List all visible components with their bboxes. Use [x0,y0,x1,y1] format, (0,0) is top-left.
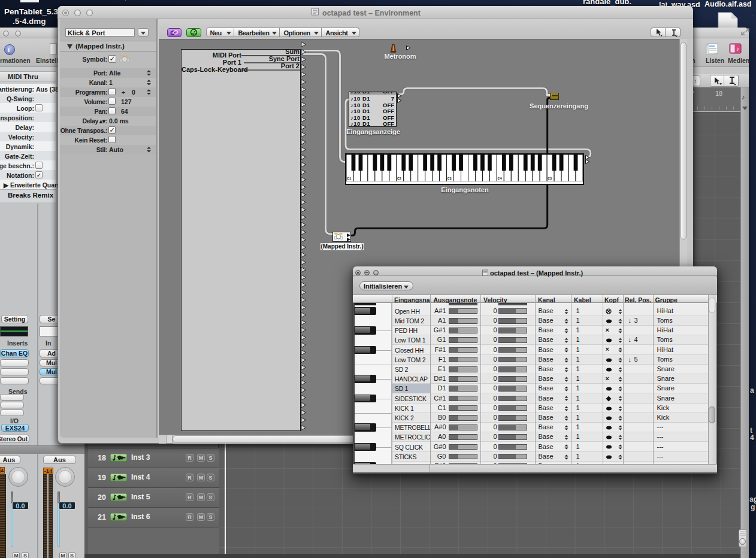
svg-text:C1: C1 [347,177,352,181]
svg-text:C5: C5 [548,177,552,181]
svg-text:OUT: OUT [191,33,197,36]
svg-text:C2: C2 [397,177,402,181]
svg-text:♪: ♪ [736,46,739,52]
svg-text:C3: C3 [447,177,452,181]
svg-text:C4: C4 [498,177,503,181]
